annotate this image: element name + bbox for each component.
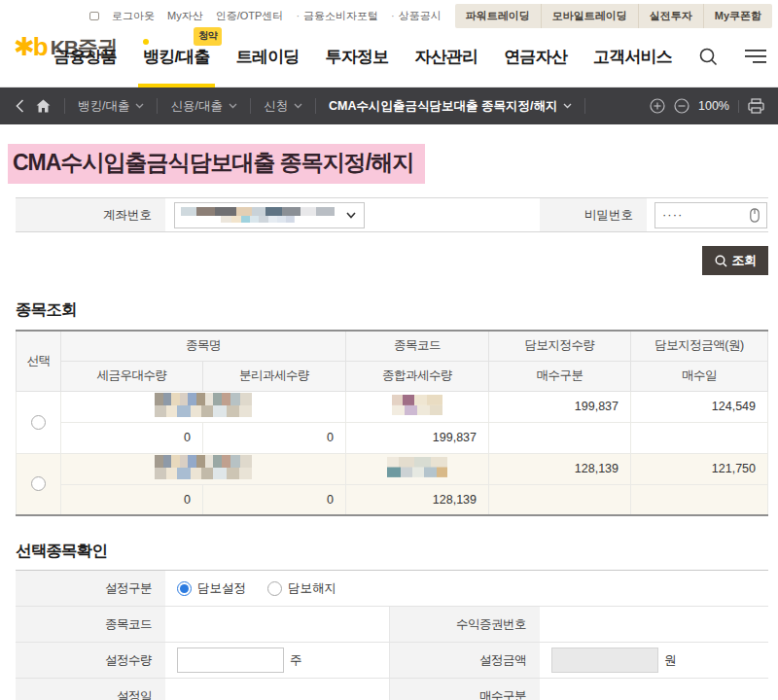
setup-amount-unit: 원 <box>664 652 677 669</box>
product-disclosure-link[interactable]: 상품공시 <box>391 9 442 23</box>
account-number-label: 계좌번호 <box>16 198 165 231</box>
logout-link[interactable]: 로그아웃 <box>112 9 155 23</box>
row1-select-radio[interactable] <box>31 415 46 430</box>
zoom-in-icon[interactable] <box>650 98 665 114</box>
nav-financial-products[interactable]: 금융상품 <box>53 26 117 87</box>
pledge-release-option[interactable]: 담보해지 <box>267 580 336 597</box>
nav-banking-loan[interactable]: 뱅킹/대출 청약 <box>143 26 210 87</box>
password-masked-value: ···· <box>662 210 683 220</box>
inquiry-button-label: 조회 <box>732 252 757 269</box>
nav-investment-info[interactable]: 투자정보 <box>326 26 389 87</box>
row2-pledge-qty: 128,139 <box>489 453 631 484</box>
breadcrumb-apply[interactable]: 신청 <box>251 98 316 114</box>
row2-tax-benefit-qty: 0 <box>61 484 203 515</box>
row1-stock-code-redacted <box>392 395 442 415</box>
confirm-form: 설정구분 담보설정 담보해지 종목코드 수익증권번호 설정수량 <box>16 570 768 700</box>
main-content: CMA수시입출금식담보대출 종목지정/해지 계좌번호 비밀번호 ···· 조회 … <box>0 124 778 700</box>
col-pledge-qty: 담보지정수량 <box>489 331 631 361</box>
table-row: 128,139 121,750 <box>17 453 768 484</box>
col-general-tax-qty: 종합과세수량 <box>346 361 489 391</box>
pledge-release-option-label: 담보해지 <box>288 580 336 597</box>
chevron-down-icon <box>229 103 237 109</box>
kb-star-icon: ✱b <box>14 32 47 62</box>
nav-pension[interactable]: 연금자산 <box>504 26 567 87</box>
row2-buy-type <box>489 484 631 515</box>
table-row: 199,837 124,549 <box>17 391 768 422</box>
stock-code-label: 종목코드 <box>16 607 165 642</box>
my-coupon-button[interactable]: My쿠폰함 <box>703 4 772 28</box>
row1-buy-type <box>489 422 631 453</box>
nav-customer-service[interactable]: 고객서비스 <box>593 26 672 87</box>
breadcrumb-current-page[interactable]: CMA수시입출금식담보대출 종목지정/해지 <box>316 98 585 114</box>
real-invest-button[interactable]: 실전투자 <box>638 4 703 28</box>
row1-pledge-amount: 124,549 <box>631 391 768 422</box>
row2-separate-tax-qty: 0 <box>203 484 346 515</box>
search-icon[interactable] <box>698 47 719 67</box>
print-icon[interactable] <box>748 98 764 114</box>
pledge-set-option[interactable]: 담보설정 <box>177 580 246 597</box>
page-title: CMA수시입출금식담보대출 종목지정/해지 <box>8 144 425 184</box>
breadcrumb-credit-loan[interactable]: 신용/대출 <box>158 98 250 114</box>
stock-code-value <box>165 607 389 642</box>
pledge-set-option-label: 담보설정 <box>197 580 246 597</box>
table-row: 0 0 128,139 <box>17 484 768 515</box>
row2-stock-code-redacted <box>387 457 447 477</box>
row2-general-tax-qty: 128,139 <box>346 484 489 515</box>
row2-stock-name-redacted <box>155 455 252 479</box>
account-form: 계좌번호 비밀번호 ···· <box>16 197 768 232</box>
row2-pledge-amount: 121,750 <box>631 453 768 484</box>
header: ✱b KB증권 금융상품 뱅킹/대출 청약 트레이딩 투자정보 자산관리 연금자… <box>0 26 778 88</box>
setup-qty-input[interactable] <box>177 648 284 673</box>
breadcrumb-credit-loan-label: 신용/대출 <box>170 98 222 115</box>
inquiry-button[interactable]: 조회 <box>702 246 768 275</box>
mobile-trading-button[interactable]: 모바일트레이딩 <box>541 4 638 28</box>
row1-general-tax-qty: 199,837 <box>346 422 489 453</box>
col-buy-date: 매수일 <box>631 361 768 391</box>
row1-pledge-qty: 199,837 <box>489 391 631 422</box>
row2-select-radio[interactable] <box>31 476 46 491</box>
buy-type-label: 매수구분 <box>389 679 540 700</box>
password-input[interactable]: ···· <box>654 202 767 228</box>
pledge-set-radio[interactable] <box>177 581 192 596</box>
row2-buy-date <box>631 484 768 515</box>
new-dot-icon <box>143 39 149 45</box>
breadcrumb-apply-label: 신청 <box>264 98 288 115</box>
zoom-out-icon[interactable] <box>674 98 690 114</box>
mouse-input-icon <box>750 208 760 223</box>
account-number-select[interactable] <box>174 202 365 228</box>
back-icon[interactable] <box>16 99 24 113</box>
power-trading-button[interactable]: 파워트레이딩 <box>455 4 541 28</box>
chevron-down-icon <box>346 212 356 219</box>
col-pledge-amount: 담보지정금액(원) <box>631 331 768 361</box>
utility-bar: 로그아웃 My자산 인증/OTP센터 금융소비자포털 상품공시 파워트레이딩 모… <box>0 0 778 26</box>
setup-qty-unit: 주 <box>290 652 302 669</box>
zoom-level: 100% <box>698 99 729 113</box>
main-nav: 금융상품 뱅킹/대출 청약 트레이딩 투자정보 자산관리 연금자산 고객서비스 <box>53 26 766 87</box>
my-asset-link[interactable]: My자산 <box>167 9 203 23</box>
setup-amount-label: 설정금액 <box>389 643 540 678</box>
consumer-portal-link[interactable]: 금융소비자포털 <box>296 9 378 23</box>
password-label: 비밀번호 <box>540 198 647 231</box>
hamburger-menu-icon[interactable] <box>745 49 766 64</box>
row1-separate-tax-qty: 0 <box>203 422 346 453</box>
col-select: 선택 <box>17 331 61 391</box>
breadcrumb-banking-label: 뱅킹/대출 <box>78 98 129 115</box>
setup-amount-input[interactable] <box>551 648 658 673</box>
confirm-section-title: 선택종목확인 <box>16 541 768 562</box>
search-icon <box>715 255 727 267</box>
divider <box>738 100 739 113</box>
home-icon[interactable] <box>36 99 51 113</box>
otp-center-link[interactable]: 인증/OTP센터 <box>216 9 284 23</box>
breadcrumb-banking[interactable]: 뱅킹/대출 <box>65 98 158 114</box>
row1-stock-name-redacted <box>155 393 252 417</box>
chevron-down-icon <box>563 103 572 109</box>
nav-trading[interactable]: 트레이딩 <box>236 26 300 87</box>
col-stock-code: 종목코드 <box>346 331 489 361</box>
buy-type-value <box>540 679 768 700</box>
col-stock-name: 종목명 <box>61 331 346 361</box>
nav-asset-management[interactable]: 자산관리 <box>414 26 477 87</box>
col-separate-tax-qty: 분리과세수량 <box>203 361 346 391</box>
pledge-release-radio[interactable] <box>267 581 282 596</box>
stock-table: 선택 종목명 종목코드 담보지정수량 담보지정금액(원) 세금우대수량 분리과세… <box>16 330 768 516</box>
breadcrumb: 뱅킹/대출 신용/대출 신청 CMA수시입출금식담보대출 종목지정/해지 100… <box>0 88 778 124</box>
